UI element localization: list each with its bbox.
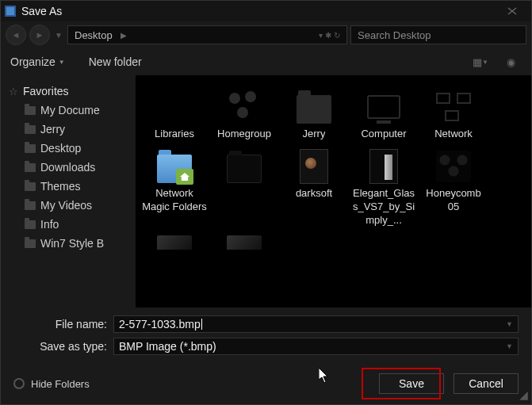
expand-icon [13,378,25,389]
svg-rect-1 [6,7,14,15]
file-label: Computer [361,128,406,141]
search-input[interactable]: Search Desktop [350,25,526,44]
save-type-value: BMP Image (*.bmp) [119,340,216,353]
network-icon [434,90,473,124]
close-button[interactable] [496,3,528,19]
file-item-computer[interactable]: Computer [350,86,418,144]
sidebar-item-label: Desktop [40,142,81,155]
file-item-nmf[interactable]: Network Magic Folders [140,146,209,231]
folder-icon [224,149,264,184]
dropdown-caret-icon[interactable]: ▼ [506,320,513,328]
save-button[interactable]: Save [379,373,444,394]
file-label: Jerry [303,128,326,141]
file-label: Network [434,128,473,141]
dropdown-caret-icon[interactable]: ▼ [506,342,513,350]
file-item-honeycomb[interactable]: Honeycomb 05 [419,146,488,231]
file-label: Libraries [155,128,194,141]
sidebar-item[interactable]: My Docume [9,101,136,120]
caret-down-icon: ▼ [59,59,65,66]
save-type-select[interactable]: BMP Image (*.bmp) ▼ [113,338,519,355]
hide-folders-toggle[interactable]: Hide Folders [13,378,90,390]
titlebar: Save As [1,1,531,21]
network-magic-folder-icon [155,149,194,184]
resize-grip[interactable]: ◢ [519,392,528,401]
file-label: Honeycomb 05 [421,187,486,214]
folder-icon [25,163,36,172]
sidebar-item-label: Win7 Style B [40,237,104,250]
sidebar-item[interactable]: Info [9,215,136,234]
breadcrumb-location: Desktop [75,29,113,41]
file-item-user[interactable]: Jerry [280,86,348,144]
sidebar-item[interactable]: Jerry [9,120,136,139]
homegroup-icon [224,90,264,124]
address-bar[interactable]: Desktop ▶ ▾ ✱ ↻ [67,25,347,44]
sidebar-item-label: Info [40,218,59,231]
file-label: Homegroup [217,128,271,141]
footer: Hide Folders Save Cancel ◢ [1,363,531,404]
save-type-label: Save as type: [13,340,107,353]
search-placeholder: Search Desktop [358,29,431,41]
file-item-elegant[interactable]: Elegant_Glass_VS7_by_Simply_... [350,146,418,231]
star-icon: ☆ [9,86,18,97]
folder-icon [25,125,36,134]
file-icon [157,235,192,250]
cancel-label: Cancel [469,377,503,390]
cancel-button[interactable]: Cancel [454,373,519,394]
organize-button[interactable]: Organize ▼ [10,55,65,68]
folder-icon [25,201,36,210]
file-item-network[interactable]: Network [419,86,488,144]
file-item-partial[interactable] [210,232,278,253]
sidebar: ☆ Favorites My Docume Jerry Desktop Down… [1,75,136,308]
file-name-input[interactable]: 2-577-1033.bmp ▼ [113,315,519,333]
nav-bar: ◄ ► ▼ Desktop ▶ ▾ ✱ ↻ Search Desktop [1,21,531,48]
sidebar-item-label: My Videos [40,199,92,212]
file-icon [364,149,404,184]
history-dropdown[interactable]: ▼ [53,26,64,44]
hide-folders-label: Hide Folders [31,378,90,390]
sidebar-item[interactable]: Win7 Style B [9,234,136,253]
folder-icon [25,239,36,248]
view-mode-button[interactable]: ▦ ▼ [469,53,492,71]
file-label: darksoft [296,187,332,201]
back-button[interactable]: ◄ [6,25,26,45]
folder-icon [25,144,36,153]
save-label: Save [399,377,424,390]
file-item-folder[interactable] [210,146,278,231]
save-as-dialog: Save As ◄ ► ▼ Desktop ▶ ▾ ✱ ↻ Search Des… [0,0,532,405]
new-folder-button[interactable]: New folder [89,55,142,68]
help-button[interactable]: ◉ [499,53,522,71]
new-folder-label: New folder [89,55,142,68]
file-pane[interactable]: Libraries Homegroup Jerry Computer Netwo… [136,75,531,308]
organize-label: Organize [10,55,55,68]
file-item-homegroup[interactable]: Homegroup [210,86,278,144]
app-icon [4,5,17,17]
sidebar-item[interactable]: Desktop [9,139,136,158]
file-item-libraries[interactable]: Libraries [140,86,209,144]
sidebar-item-label: Themes [40,180,81,193]
breadcrumb-refresh[interactable]: ▾ ✱ ↻ [319,31,340,40]
sidebar-item[interactable]: Downloads [9,158,136,177]
file-item-darksoft[interactable]: darksoft [280,146,348,231]
folder-icon [25,182,36,191]
libraries-icon [155,90,194,124]
sidebar-item-label: Jerry [40,123,65,136]
forward-button[interactable]: ► [29,25,50,45]
favorites-group[interactable]: ☆ Favorites [9,82,136,101]
file-item-partial[interactable] [140,232,209,253]
user-folder-icon [294,90,334,124]
file-name-value: 2-577-1033.bmp [119,318,201,330]
sidebar-item-label: My Docume [40,104,100,117]
file-icon [227,235,262,250]
file-name-label: File name: [13,318,107,330]
file-label: Elegant_Glass_VS7_by_Simply_... [351,187,416,227]
sidebar-item[interactable]: My Videos [9,196,136,215]
folder-icon [25,220,36,229]
file-label: Network Magic Folders [142,187,207,214]
favorites-label: Favorites [23,85,69,97]
folder-icon [25,106,36,115]
chevron-right-icon: ▶ [121,31,127,40]
window-title: Save As [21,5,496,17]
sidebar-item[interactable]: Themes [9,177,136,196]
file-icon [434,149,473,184]
toolbar: Organize ▼ New folder ▦ ▼ ◉ [1,48,531,75]
